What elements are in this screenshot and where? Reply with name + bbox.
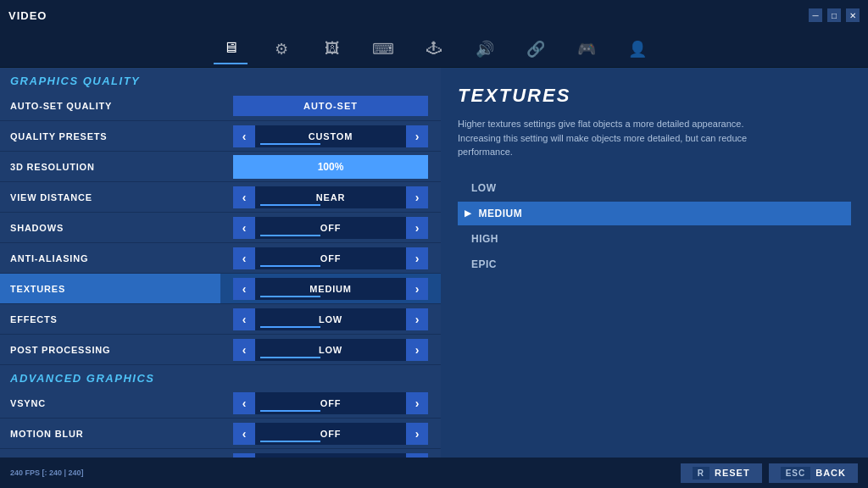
window-controls[interactable]: ─ □ ✕ — [809, 8, 860, 22]
tab-audio[interactable]: 🔊 — [468, 34, 502, 64]
bottom-buttons: R RESET ESC BACK — [681, 463, 858, 483]
post-processing-left[interactable]: ‹ — [233, 339, 255, 361]
anti-aliasing-right[interactable]: › — [406, 247, 428, 269]
reset-button[interactable]: R RESET — [681, 463, 762, 483]
anti-aliasing-indicator — [260, 265, 320, 267]
quality-presets-left[interactable]: ‹ — [233, 125, 255, 147]
reset-label: RESET — [715, 468, 750, 478]
motion-blur-value: OFF — [255, 423, 406, 445]
vsync-indicator — [260, 410, 320, 412]
arrow-show-fps: ‹ ON › — [233, 453, 428, 458]
show-fps-right[interactable]: › — [406, 453, 428, 458]
label-shadows: SHADOWS — [0, 223, 220, 233]
setting-3d-resolution: 3D RESOLUTION 100% — [0, 152, 441, 182]
maximize-button[interactable]: □ — [827, 8, 841, 22]
control-show-fps: ‹ ON › — [220, 453, 441, 458]
arrow-quality-presets: ‹ CUSTOM › — [233, 125, 428, 147]
control-textures: ‹ MEDIUM › — [220, 278, 441, 300]
label-3d-resolution: 3D RESOLUTION — [0, 162, 220, 172]
setting-show-fps: SHOW FPS ‹ ON › — [0, 449, 441, 458]
arrow-vsync: ‹ OFF › — [233, 392, 428, 414]
view-distance-left[interactable]: ‹ — [233, 186, 255, 208]
vsync-right[interactable]: › — [406, 392, 428, 414]
tab-controller[interactable]: 🕹 — [417, 34, 451, 64]
setting-auto-set-quality: AUTO-SET QUALITY AUTO-SET — [0, 91, 441, 121]
auto-set-button[interactable]: AUTO-SET — [233, 96, 428, 116]
arrow-motion-blur: ‹ OFF › — [233, 423, 428, 445]
arrow-view-distance: ‹ NEAR › — [233, 186, 428, 208]
setting-view-distance: VIEW DISTANCE ‹ NEAR › — [0, 182, 441, 213]
left-panel: GRAPHICS QUALITY AUTO-SET QUALITY AUTO-S… — [0, 68, 441, 458]
vsync-value: OFF — [255, 392, 406, 414]
control-shadows: ‹ OFF › — [220, 217, 441, 239]
control-effects: ‹ LOW › — [220, 308, 441, 330]
minimize-button[interactable]: ─ — [809, 8, 822, 22]
option-epic[interactable]: EPIC — [458, 252, 851, 276]
label-post-processing: POST PROCESSING — [0, 345, 220, 355]
option-low[interactable]: LOW — [458, 176, 851, 200]
textures-value: MEDIUM — [255, 278, 406, 300]
tab-account[interactable]: 👤 — [620, 34, 654, 64]
view-distance-right[interactable]: › — [406, 186, 428, 208]
setting-vsync: VSYNC ‹ OFF › — [0, 388, 441, 419]
option-low-label: LOW — [471, 182, 497, 194]
setting-anti-aliasing: ANTI-ALIASING ‹ OFF › — [0, 243, 441, 274]
motion-blur-left[interactable]: ‹ — [233, 423, 255, 445]
control-anti-aliasing: ‹ OFF › — [220, 247, 441, 269]
control-motion-blur: ‹ OFF › — [220, 423, 441, 445]
shadows-right[interactable]: › — [406, 217, 428, 239]
option-medium[interactable]: ▶ MEDIUM — [458, 202, 851, 225]
label-auto-set-quality: AUTO-SET QUALITY — [0, 101, 220, 111]
window-title: VIDEO — [8, 9, 47, 22]
tab-resolution[interactable]: 🖼 — [315, 34, 349, 64]
section-graphics-quality: GRAPHICS QUALITY — [0, 68, 441, 91]
setting-motion-blur: MOTION BLUR ‹ OFF › — [0, 419, 441, 449]
post-processing-value: LOW — [255, 339, 406, 361]
option-epic-label: EPIC — [471, 258, 497, 270]
close-button[interactable]: ✕ — [846, 8, 860, 22]
shadows-left[interactable]: ‹ — [233, 217, 255, 239]
label-anti-aliasing: ANTI-ALIASING — [0, 253, 220, 263]
effects-value: LOW — [255, 308, 406, 330]
control-view-distance: ‹ NEAR › — [220, 186, 441, 208]
option-high-label: HIGH — [471, 233, 498, 245]
back-label: BACK — [815, 468, 846, 478]
back-key: ESC — [781, 467, 811, 480]
vsync-left[interactable]: ‹ — [233, 392, 255, 414]
section-advanced-graphics: ADVANCED GRAPHICS — [0, 365, 441, 388]
detail-title: TEXTURES — [458, 85, 851, 107]
tab-network[interactable]: 🔗 — [519, 34, 553, 64]
textures-right[interactable]: › — [406, 278, 428, 300]
tab-gamepad[interactable]: 🎮 — [570, 34, 604, 64]
show-fps-left[interactable]: ‹ — [233, 453, 255, 458]
setting-post-processing: POST PROCESSING ‹ LOW › — [0, 335, 441, 365]
effects-right[interactable]: › — [406, 308, 428, 330]
setting-textures[interactable]: TEXTURES ‹ MEDIUM › — [0, 274, 441, 304]
effects-left[interactable]: ‹ — [233, 308, 255, 330]
setting-shadows: SHADOWS ‹ OFF › — [0, 213, 441, 243]
resolution-bar[interactable]: 100% — [233, 155, 428, 179]
label-effects: EFFECTS — [0, 314, 220, 324]
post-processing-right[interactable]: › — [406, 339, 428, 361]
control-vsync: ‹ OFF › — [220, 392, 441, 414]
tab-keyboard[interactable]: ⌨ — [366, 34, 400, 64]
motion-blur-right[interactable]: › — [406, 423, 428, 445]
arrow-anti-aliasing: ‹ OFF › — [233, 247, 428, 269]
tab-display[interactable]: 🖥 — [214, 34, 248, 64]
option-high[interactable]: HIGH — [458, 227, 851, 251]
shadows-value: OFF — [255, 217, 406, 239]
anti-aliasing-left[interactable]: ‹ — [233, 247, 255, 269]
label-motion-blur: MOTION BLUR — [0, 429, 220, 439]
tab-settings[interactable]: ⚙ — [264, 34, 298, 64]
setting-effects: EFFECTS ‹ LOW › — [0, 304, 441, 335]
quality-presets-indicator — [260, 143, 320, 145]
textures-left[interactable]: ‹ — [233, 278, 255, 300]
post-processing-indicator — [260, 357, 320, 358]
quality-presets-right[interactable]: › — [406, 125, 428, 147]
control-quality-presets: ‹ CUSTOM › — [220, 125, 441, 147]
title-bar: VIDEO ─ □ ✕ — [0, 0, 868, 30]
view-distance-indicator — [260, 204, 320, 206]
back-button[interactable]: ESC BACK — [769, 463, 858, 483]
control-3d-resolution: 100% — [220, 155, 441, 179]
control-auto-set-quality: AUTO-SET — [220, 96, 441, 116]
